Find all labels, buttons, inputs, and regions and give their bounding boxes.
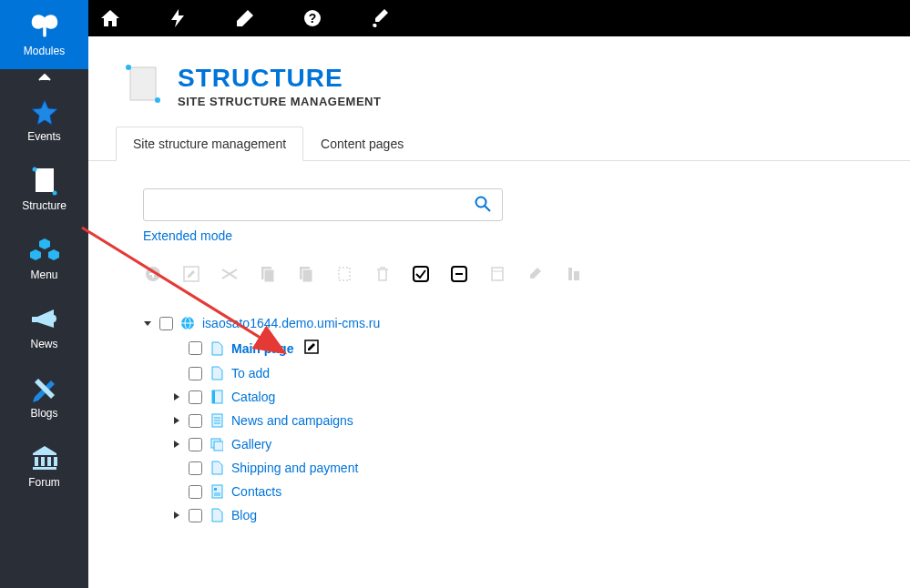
tree-checkbox[interactable] <box>189 341 202 355</box>
content: Extended mode isaosato1644.demo.umi-cms.… <box>88 161 910 554</box>
sidebar-label: Events <box>27 130 61 143</box>
sidebar-label: Structure <box>22 199 66 212</box>
svg-rect-27 <box>574 271 579 280</box>
svg-rect-6 <box>33 467 56 470</box>
toolbar-align[interactable] <box>564 264 584 284</box>
pen-icon[interactable] <box>234 7 256 29</box>
tree-children: ▶ Main page ▶ To add Catalog <box>172 335 855 527</box>
caret-right-icon[interactable] <box>172 417 181 424</box>
tree-checkbox[interactable] <box>189 509 202 522</box>
tree-checkbox[interactable] <box>189 438 202 451</box>
svg-rect-9 <box>130 67 156 100</box>
bolt-icon[interactable] <box>167 7 189 29</box>
home-icon[interactable] <box>99 7 121 29</box>
help-icon[interactable]: ? <box>302 7 323 29</box>
contacts-icon <box>210 484 224 499</box>
search-button[interactable] <box>471 192 495 218</box>
tree-label[interactable]: Gallery <box>231 437 271 451</box>
tree-label[interactable]: News and campaigns <box>231 413 353 428</box>
toolbar-template[interactable] <box>487 264 507 284</box>
tree-label[interactable]: isaosato1644.demo.umi-cms.ru <box>202 316 380 330</box>
svg-rect-37 <box>214 441 223 451</box>
svg-rect-26 <box>568 268 572 280</box>
globe-icon <box>180 316 195 330</box>
edit-icon[interactable] <box>304 340 319 357</box>
svg-rect-21 <box>414 267 428 281</box>
brush-icon[interactable] <box>369 7 391 29</box>
toolbar-edit[interactable] <box>181 264 201 284</box>
extended-mode-link[interactable]: Extended mode <box>143 228 232 243</box>
page-title: STRUCTURE <box>178 64 381 93</box>
toolbar-virtual[interactable] <box>334 264 354 284</box>
svg-rect-39 <box>214 488 217 491</box>
svg-rect-4 <box>41 457 45 466</box>
star-icon <box>30 97 59 127</box>
toolbar-check-all[interactable] <box>411 264 431 284</box>
sidebar-item-news[interactable]: News <box>0 293 88 362</box>
tab-content-pages[interactable]: Content pages <box>303 127 421 160</box>
tree-label[interactable]: Blog <box>231 508 257 522</box>
svg-rect-20 <box>339 268 350 280</box>
sidebar-label: Blogs <box>30 407 57 420</box>
tree-checkbox[interactable] <box>189 390 202 404</box>
tree-item: ▶ To add <box>172 361 855 385</box>
tree-root: isaosato1644.demo.umi-cms.ru <box>143 311 855 335</box>
sidebar-item-menu[interactable]: Menu <box>0 224 88 293</box>
svg-point-10 <box>126 65 131 70</box>
sidebar-item-modules[interactable]: Modules <box>0 0 88 69</box>
page-icon <box>210 366 224 380</box>
svg-point-1 <box>32 167 36 172</box>
tab-site-structure[interactable]: Site structure management <box>116 127 303 161</box>
search-input[interactable] <box>151 198 471 212</box>
toolbar-copy2[interactable] <box>296 264 316 284</box>
toolbar-visibility[interactable] <box>220 264 240 284</box>
tree-checkbox[interactable] <box>159 317 173 330</box>
toolbar <box>143 264 855 284</box>
caret-right-icon[interactable] <box>172 393 181 400</box>
search-box <box>143 188 503 221</box>
tree-checkbox[interactable] <box>189 414 202 428</box>
toolbar-uncheck-all[interactable] <box>449 264 469 284</box>
svg-rect-17 <box>264 269 274 282</box>
tree-checkbox[interactable] <box>189 367 202 380</box>
tree-label[interactable]: To add <box>231 366 270 380</box>
page-icon <box>210 341 224 356</box>
tree-label[interactable]: Contacts <box>231 484 281 499</box>
svg-point-12 <box>476 197 486 207</box>
sidebar-item-structure[interactable]: Structure <box>0 155 88 224</box>
header-icon <box>125 64 161 100</box>
sidebar: Modules Events Structure Menu News Blogs <box>0 0 88 588</box>
tree-label[interactable]: Catalog <box>231 390 275 404</box>
cubes-icon <box>30 236 59 265</box>
toolbar-delete[interactable] <box>373 264 393 284</box>
tree-item: ▶ Shipping and payment <box>172 456 855 480</box>
sidebar-item-events[interactable]: Events <box>0 86 88 155</box>
sidebar-collapse[interactable] <box>0 69 88 86</box>
document-icon <box>30 167 59 196</box>
tree-checkbox[interactable] <box>189 485 202 499</box>
main: STRUCTURE SITE STRUCTURE MANAGEMENT Site… <box>88 36 910 588</box>
sidebar-label: Modules <box>24 45 65 57</box>
svg-rect-19 <box>302 269 312 282</box>
caret-right-icon[interactable] <box>172 512 181 519</box>
butterfly-icon <box>30 12 59 41</box>
tree-item: Catalog <box>172 385 855 409</box>
tree-label[interactable]: Shipping and payment <box>231 461 358 475</box>
tree-item: News and campaigns <box>172 409 855 432</box>
toolbar-brush[interactable] <box>526 264 546 284</box>
catalog-icon <box>210 390 224 404</box>
sidebar-label: News <box>30 338 57 350</box>
megaphone-icon <box>30 305 59 334</box>
tree-label[interactable]: Main page <box>231 341 293 356</box>
tree: isaosato1644.demo.umi-cms.ru ▶ Main page… <box>143 311 855 527</box>
page-icon <box>210 508 224 522</box>
toolbar-add[interactable] <box>143 264 163 284</box>
tree-checkbox[interactable] <box>189 461 202 475</box>
caret-down-icon[interactable] <box>143 319 152 327</box>
caret-right-icon[interactable] <box>172 441 181 448</box>
tree-item: ▶ Main page <box>172 335 855 361</box>
sidebar-label: Forum <box>28 476 60 489</box>
toolbar-copy1[interactable] <box>258 264 278 284</box>
sidebar-item-blogs[interactable]: Blogs <box>0 362 88 431</box>
sidebar-item-forum[interactable]: Forum <box>0 431 88 501</box>
